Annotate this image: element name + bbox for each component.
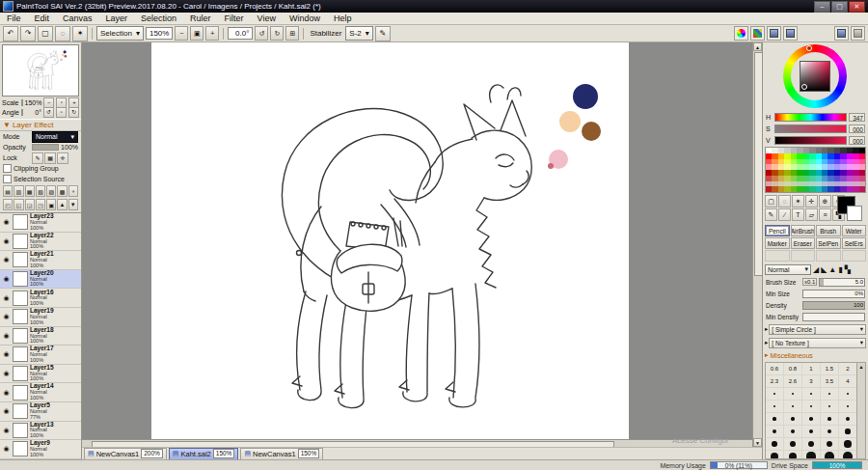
layer-row[interactable]: ◉Layer23Normal100% xyxy=(0,213,81,233)
size-preset[interactable] xyxy=(839,401,857,413)
lock-icon-0[interactable]: ✎ xyxy=(32,152,43,164)
quick-tool-icon-b0[interactable]: ✎ xyxy=(765,208,777,221)
size-preset[interactable]: 0.6 xyxy=(766,363,784,375)
tool-pencil[interactable]: Pencil xyxy=(765,225,790,236)
expand-arrow-icon[interactable]: ▸ xyxy=(765,325,768,333)
size-preset[interactable] xyxy=(839,413,857,426)
rotate-cw-button[interactable]: ↻ xyxy=(270,26,284,41)
layer-row[interactable]: ◉Layer22Normal100% xyxy=(0,233,81,252)
brush-tip-icon-0[interactable]: ◢ xyxy=(813,265,819,274)
tab-zoom[interactable]: 150% xyxy=(298,449,320,458)
line-pen-icon[interactable]: ✎ xyxy=(375,26,391,41)
quick-tool-icon-b3[interactable]: ▱ xyxy=(805,208,818,221)
layer-row[interactable]: ◉Layer20Normal100% xyxy=(0,270,81,290)
tool-slot-empty[interactable] xyxy=(791,250,816,262)
clipping-group-checkbox[interactable] xyxy=(3,164,12,173)
layer-row[interactable]: ◉Layer14Normal100% xyxy=(0,383,81,402)
zoom-in-button[interactable]: + xyxy=(205,26,219,41)
size-preset[interactable] xyxy=(784,438,802,451)
layer-op-icon-b2[interactable]: ◲ xyxy=(25,199,35,210)
size-preset[interactable] xyxy=(821,413,839,426)
menu-item-file[interactable]: File xyxy=(0,13,28,25)
quick-tool-icon-4[interactable]: ⊕ xyxy=(819,195,831,207)
visibility-eye-icon[interactable]: ◉ xyxy=(2,294,11,302)
size-preset[interactable] xyxy=(821,388,839,401)
brush-size-unit[interactable]: x0.1 xyxy=(802,278,817,286)
redo-icon[interactable]: ↷ xyxy=(20,26,36,41)
size-preset[interactable] xyxy=(802,451,821,459)
selection-mode-dropdown[interactable]: Selection ▾ xyxy=(96,26,144,41)
flip-grid-button[interactable]: ⊞ xyxy=(285,26,299,41)
vertical-scrollbar[interactable]: ▲ ▼ xyxy=(752,42,762,447)
layer-op-icon-b1[interactable]: ◱ xyxy=(14,199,23,210)
visibility-eye-icon[interactable]: ◉ xyxy=(2,256,11,263)
size-preset[interactable] xyxy=(766,413,784,426)
size-preset[interactable] xyxy=(784,451,802,459)
size-preset[interactable] xyxy=(821,401,839,413)
saturation-value[interactable]: 000 xyxy=(849,124,865,133)
layer-effect-header[interactable]: ▼ Layer Effect xyxy=(0,119,81,131)
layer-op-icon-b3[interactable]: ◳ xyxy=(36,199,45,210)
quick-tool-icon-0[interactable]: ▢ xyxy=(765,195,777,207)
layer-op-icon-b4[interactable]: ▣ xyxy=(46,199,56,210)
canvas-area[interactable] xyxy=(82,42,752,439)
size-preset[interactable] xyxy=(784,426,802,438)
visibility-eye-icon[interactable]: ◉ xyxy=(2,370,11,377)
layer-row[interactable]: ◉Layer13Normal100% xyxy=(0,422,81,441)
tool-selers[interactable]: SelErs xyxy=(842,237,867,249)
tool-slot-empty[interactable] xyxy=(765,250,790,262)
visibility-eye-icon[interactable]: ◉ xyxy=(2,389,11,397)
opacity-slider[interactable] xyxy=(32,144,59,151)
brush-texture-dropdown[interactable]: [ No Texture ] ▾ xyxy=(769,338,866,348)
value-value[interactable]: 000 xyxy=(849,136,865,145)
angle-value-box[interactable]: 0.0° xyxy=(228,27,253,40)
angle-reset-button[interactable]: ▫ xyxy=(56,107,67,118)
angle-slider[interactable] xyxy=(21,109,23,116)
size-preset[interactable]: 2.6 xyxy=(784,375,802,388)
layer-row[interactable]: ◉Layer16Normal100% xyxy=(0,289,81,308)
size-preset[interactable] xyxy=(802,426,821,438)
quick-tool-icon-b1[interactable]: ∕ xyxy=(778,208,791,221)
canvas-tab[interactable]: ▤NewCanvas1200% xyxy=(84,448,167,460)
size-preset[interactable] xyxy=(802,401,821,413)
size-preset[interactable] xyxy=(839,426,857,438)
size-preset[interactable] xyxy=(784,401,802,413)
menu-item-layer[interactable]: Layer xyxy=(99,13,135,25)
layer-row[interactable]: ◉Layer15Normal100% xyxy=(0,365,81,384)
tool-airbrush[interactable]: AirBrush xyxy=(791,225,816,236)
brush-size-slider[interactable]: 5.0 xyxy=(819,278,865,287)
size-preset[interactable]: 1 xyxy=(802,363,821,375)
size-preset[interactable] xyxy=(802,413,821,426)
angle-cw-button[interactable]: ↻ xyxy=(68,107,79,118)
size-preset[interactable] xyxy=(766,401,784,413)
navigator-thumbnail[interactable] xyxy=(2,44,79,97)
menu-item-selection[interactable]: Selection xyxy=(134,13,183,25)
expand-arrow-icon[interactable]: ▸ xyxy=(765,339,768,346)
layer-op-icon-5[interactable]: ▩ xyxy=(57,185,67,197)
brush-tip-icon-1[interactable]: ◣ xyxy=(821,265,827,274)
layer-op-icon-4[interactable]: ▨ xyxy=(46,185,56,197)
palette-swatch[interactable] xyxy=(859,186,865,192)
visibility-eye-icon[interactable]: ◉ xyxy=(2,218,11,226)
layer-row[interactable]: ◉Layer5Normal77% xyxy=(0,402,81,422)
foreground-background-colors[interactable] xyxy=(837,196,862,221)
value-slider[interactable] xyxy=(774,136,847,145)
selection-source-checkbox[interactable] xyxy=(3,175,12,183)
layer-mode-dropdown[interactable]: Normal ▾ xyxy=(32,131,78,143)
tool-slot-empty[interactable] xyxy=(842,250,867,262)
visibility-eye-icon[interactable]: ◉ xyxy=(2,237,11,245)
size-preset[interactable] xyxy=(766,451,784,459)
quick-tool-icon-1[interactable]: ◌ xyxy=(778,195,791,207)
visibility-eye-icon[interactable]: ◉ xyxy=(2,445,11,453)
hue-value[interactable]: 347 xyxy=(849,113,865,122)
angle-ccw-button[interactable]: ↺ xyxy=(43,107,54,118)
size-preset[interactable] xyxy=(839,451,857,459)
selection-source-row[interactable]: Selection Source xyxy=(0,174,81,184)
saturation-slider[interactable] xyxy=(774,124,847,133)
zoom-fit-button[interactable]: ▣ xyxy=(190,26,203,41)
quick-tool-icon-b4[interactable]: ≡ xyxy=(819,208,831,221)
canvas-tab[interactable]: ▤Kaht.sai2150% xyxy=(169,448,239,460)
size-preset[interactable] xyxy=(766,388,784,401)
size-preset[interactable] xyxy=(784,413,802,426)
layer-op-icon-b5[interactable]: ▲ xyxy=(57,199,67,210)
